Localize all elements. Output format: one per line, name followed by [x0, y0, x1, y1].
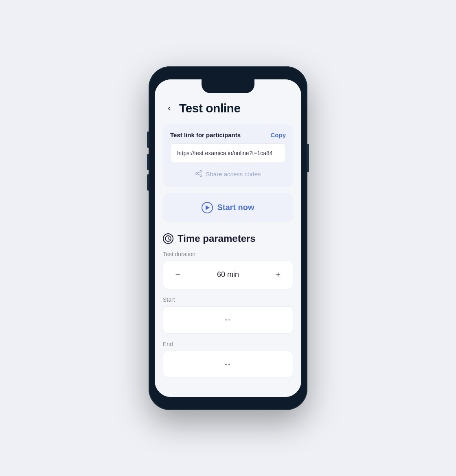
end-label: End [163, 341, 293, 347]
url-text: https://test.examica.io/online?t=1ca84 [177, 150, 273, 156]
phone-frame: ‹ Test online Test link for participants… [149, 66, 307, 410]
start-date-value: -- [225, 316, 231, 324]
increase-duration-button[interactable]: + [272, 268, 285, 281]
phone-screen: ‹ Test online Test link for participants… [155, 79, 301, 397]
duration-field-group: Test duration − 60 min + [163, 251, 293, 289]
duration-value: 60 min [217, 270, 239, 279]
card-header: Test link for participants Copy [170, 132, 286, 138]
header: ‹ Test online [163, 100, 293, 115]
start-now-label: Start now [217, 203, 254, 212]
share-access-codes-button[interactable]: Share access codes [170, 169, 286, 180]
play-icon [202, 202, 213, 213]
duration-control: − 60 min + [163, 261, 293, 289]
svg-line-3 [197, 171, 200, 173]
start-label: Start [163, 296, 293, 303]
end-field-group: End -- [163, 341, 293, 378]
notch [202, 79, 254, 93]
duration-label: Test duration [163, 251, 293, 257]
svg-point-1 [200, 175, 202, 176]
card-label: Test link for participants [170, 132, 241, 138]
play-triangle [206, 205, 210, 210]
decrease-duration-button[interactable]: − [171, 268, 184, 281]
screen-content: ‹ Test online Test link for participants… [155, 79, 301, 397]
copy-button[interactable]: Copy [271, 132, 286, 138]
section-title: Time parameters [178, 233, 256, 244]
back-button[interactable]: ‹ [163, 102, 176, 115]
test-link-card: Test link for participants Copy https://… [163, 124, 293, 187]
start-now-button[interactable]: Start now [163, 193, 293, 222]
end-date-value: -- [225, 360, 231, 368]
share-codes-label: Share access codes [206, 171, 261, 178]
clock-icon [163, 233, 173, 244]
end-date-field[interactable]: -- [163, 351, 293, 378]
url-box: https://test.examica.io/online?t=1ca84 [170, 143, 286, 163]
svg-line-4 [197, 174, 200, 175]
section-header: Time parameters [163, 233, 293, 244]
svg-point-0 [200, 170, 202, 172]
svg-line-7 [168, 239, 169, 239]
start-field-group: Start -- [163, 296, 293, 333]
start-date-field[interactable]: -- [163, 306, 293, 333]
page-title: Test online [179, 101, 241, 115]
share-icon [195, 170, 202, 178]
svg-point-2 [196, 172, 197, 174]
phone-wrapper: ‹ Test online Test link for participants… [142, 63, 314, 413]
